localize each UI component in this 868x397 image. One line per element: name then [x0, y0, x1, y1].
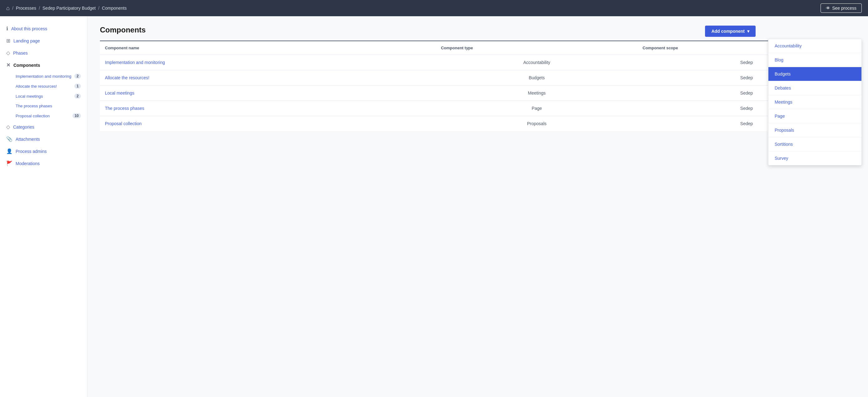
breadcrumb-sep-1: / — [12, 6, 13, 11]
page-layout: ℹ About this process ⊞ Landing page ◇ Ph… — [0, 16, 868, 397]
sub-item-process-phases[interactable]: The process phases — [16, 101, 87, 111]
breadcrumb: ⌂ / Processes / Sedep Participatory Budg… — [6, 5, 127, 11]
breadcrumb-sep-2: / — [39, 6, 40, 11]
eye-icon: 👁 — [826, 6, 830, 11]
cell-component-type: Page — [436, 101, 638, 116]
table-row: Implementation and monitoring Accountabi… — [100, 55, 856, 70]
component-link-1[interactable]: Allocate the resources! — [105, 75, 149, 80]
flag-icon: 🚩 — [6, 160, 12, 166]
sidebar-item-admins[interactable]: 👤 Process admins — [0, 145, 87, 157]
sidebar: ℹ About this process ⊞ Landing page ◇ Ph… — [0, 16, 87, 397]
breadcrumb-sedep[interactable]: Sedep Participatory Budget — [42, 6, 96, 11]
table-row: Allocate the resources! Budgets Sedep — [100, 70, 856, 86]
table-row: Proposal collection Proposals Sedep — [100, 116, 856, 131]
info-icon: ℹ — [6, 26, 8, 32]
dropdown-item-blog[interactable]: Blog — [768, 53, 862, 67]
sidebar-item-categories[interactable]: ◇ Categories — [0, 121, 87, 133]
dropdown-item-accountability[interactable]: Accountability — [768, 39, 862, 53]
sidebar-item-attachments[interactable]: 📎 Attachments — [0, 133, 87, 145]
cell-component-type: Meetings — [436, 86, 638, 101]
component-link-2[interactable]: Local meetings — [105, 91, 134, 96]
component-link-4[interactable]: Proposal collection — [105, 121, 142, 126]
dropdown-item-debates[interactable]: Debates — [768, 81, 862, 95]
dropdown-item-survey[interactable]: Survey — [768, 152, 862, 165]
sidebar-item-moderations[interactable]: 🚩 Moderations — [0, 157, 87, 169]
dropdown-item-sortitions[interactable]: Sortitions — [768, 137, 862, 152]
cell-component-name: Proposal collection — [100, 116, 436, 131]
col-header-type: Component type — [436, 41, 638, 55]
dropdown-item-proposals[interactable]: Proposals — [768, 123, 862, 137]
sidebar-item-components[interactable]: ✕ Components — [0, 59, 87, 71]
sidebar-item-about[interactable]: ℹ About this process — [0, 23, 87, 35]
see-process-button[interactable]: 👁 See process — [820, 3, 862, 13]
cross-icon: ✕ — [6, 62, 10, 68]
cell-component-name: Local meetings — [100, 86, 436, 101]
breadcrumb-processes[interactable]: Processes — [16, 6, 36, 11]
table-row: Local meetings Meetings Sedep — [100, 86, 856, 101]
dropdown-item-meetings[interactable]: Meetings — [768, 95, 862, 109]
col-header-name: Component name — [100, 41, 436, 55]
grid-icon: ⊞ — [6, 38, 10, 44]
table-row: The process phases Page Sedep — [100, 101, 856, 116]
component-link-0[interactable]: Implementation and monitoring — [105, 60, 165, 65]
dropdown-item-page[interactable]: Page — [768, 109, 862, 123]
cell-component-name: Implementation and monitoring — [100, 55, 436, 70]
breadcrumb-components[interactable]: Components — [102, 6, 126, 11]
add-component-button[interactable]: Add component ▾ — [705, 26, 755, 37]
cell-component-name: Allocate the resources! — [100, 70, 436, 86]
sub-item-implementation[interactable]: Implementation and monitoring 2 — [16, 71, 87, 81]
sidebar-item-landing[interactable]: ⊞ Landing page — [0, 35, 87, 47]
paperclip-icon: 📎 — [6, 136, 12, 142]
chevron-down-icon: ▾ — [747, 29, 749, 34]
add-component-dropdown: AccountabilityBlogBudgetsDebatesMeetings… — [768, 39, 862, 165]
home-icon[interactable]: ⌂ — [6, 5, 10, 11]
diamond-icon: ◇ — [6, 50, 10, 56]
main-content: Components Add component ▾ Component nam… — [87, 16, 868, 397]
sub-item-proposal-collection[interactable]: Proposal collection 10 — [16, 111, 87, 121]
sub-item-local-meetings[interactable]: Local meetings 2 — [16, 91, 87, 101]
table-header-row: Component name Component type Component … — [100, 41, 856, 55]
breadcrumb-sep-3: / — [98, 6, 99, 11]
cell-component-type: Budgets — [436, 70, 638, 86]
cell-component-name: The process phases — [100, 101, 436, 116]
cell-component-type: Accountability — [436, 55, 638, 70]
component-link-3[interactable]: The process phases — [105, 106, 144, 111]
sub-item-allocate[interactable]: Allocate the resources! 1 — [16, 81, 87, 91]
cell-component-type: Proposals — [436, 116, 638, 131]
components-table: Component name Component type Component … — [100, 41, 856, 131]
dropdown-item-budgets[interactable]: Budgets — [768, 67, 862, 81]
top-navigation: ⌂ / Processes / Sedep Participatory Budg… — [0, 0, 868, 16]
sidebar-item-phases[interactable]: ◇ Phases — [0, 47, 87, 59]
components-sub-menu: Implementation and monitoring 2 Allocate… — [0, 71, 87, 121]
user-icon: 👤 — [6, 148, 12, 154]
category-icon: ◇ — [6, 124, 10, 130]
